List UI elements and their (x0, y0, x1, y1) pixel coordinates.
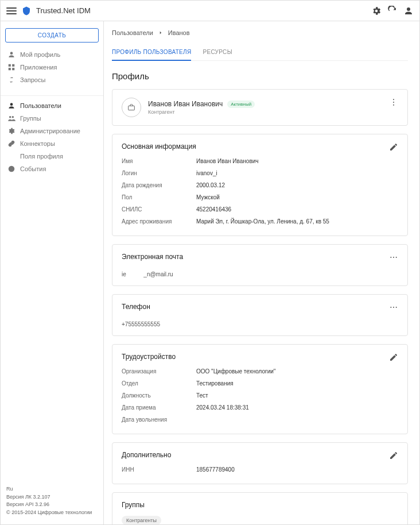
sidebar-item-groups[interactable]: Группы (1, 112, 103, 125)
sidebar-item-requests[interactable]: Запросы (1, 74, 103, 86)
sidebar-item-apps[interactable]: Приложения (1, 61, 103, 74)
kv-value: Тестирования (196, 380, 234, 387)
card-title: Группы (122, 501, 145, 509)
account-icon[interactable] (403, 6, 414, 16)
kv-value: Мужской (196, 194, 220, 200)
tabs: ПРОФИЛЬ ПОЛЬЗОВАТЕЛЯ РЕСУРСЫ (112, 44, 408, 61)
svg-point-7 (12, 116, 14, 118)
kv-label: Адрес проживания (122, 218, 196, 225)
tab-resources[interactable]: РЕСУРСЫ (203, 44, 232, 60)
extra-card: Дополнительно ИНН185677789400 (112, 442, 408, 484)
sidebar-item-events[interactable]: События (1, 163, 103, 175)
topbar: Trusted.Net IDM (1, 1, 419, 21)
breadcrumb-root[interactable]: Пользователи (112, 29, 153, 36)
svg-rect-3 (9, 68, 11, 70)
kv-value: 2024.03.24 18:38:31 (196, 404, 249, 411)
more-horiz-icon[interactable] (389, 253, 398, 262)
edit-icon[interactable] (389, 451, 398, 460)
svg-point-16 (396, 257, 397, 258)
card-head: Телефон (122, 303, 398, 312)
svg-point-18 (393, 307, 394, 308)
kv-value: 45220416436 (196, 206, 231, 213)
user-icon (7, 102, 15, 110)
user-name: Иванов Иван Иванович (148, 100, 223, 108)
topbar-left: Trusted.Net IDM (6, 6, 371, 16)
svg-point-12 (393, 102, 394, 103)
edit-icon[interactable] (389, 353, 398, 362)
card-head: Основная информация (122, 142, 398, 152)
layout: СОЗДАТЬ Мой профиль Приложения Запросы П… (1, 21, 419, 524)
kv-row: СНИЛС45220416436 (122, 203, 398, 215)
kv-row: ОрганизацияООО "Цифровые технологии" (122, 365, 398, 377)
svg-point-11 (393, 99, 394, 100)
kv-row: ПолМужской (122, 191, 398, 203)
sidebar-item-users[interactable]: Пользователи (1, 99, 103, 112)
svg-point-14 (390, 257, 391, 258)
footer-lang[interactable]: Ru (6, 485, 98, 493)
topbar-right (371, 6, 414, 16)
swap-icon (7, 76, 15, 84)
card-head: Группы (122, 501, 398, 509)
sidebar-item-label: Группы (20, 115, 41, 122)
card-title: Телефон (122, 303, 150, 311)
kv-row: ОтделТестирования (122, 377, 398, 389)
kv-label: ИНН (122, 466, 196, 473)
kv-row: Адрес проживанияМарий Эл, г. Йошкар-Ола,… (122, 215, 398, 227)
kv-value: 2000.03.12 (196, 182, 225, 188)
user-info: Иванов Иван Иванович Активный Контрагент (148, 100, 255, 115)
kv-label: Дата приема (122, 404, 196, 411)
briefcase-icon (127, 103, 136, 112)
user-icon (7, 51, 15, 59)
kv-value: Иванов Иван Иванович (196, 158, 259, 164)
sidebar-item-label: Администрирование (20, 128, 80, 134)
footer-ver-api: Версия API 3.2.96 (6, 501, 98, 509)
menu-icon[interactable] (6, 6, 17, 16)
sidebar-item-profile[interactable]: Мой профиль (1, 48, 103, 61)
edit-icon[interactable] (389, 142, 398, 152)
kv-label: Дата увольнения (122, 416, 196, 423)
kv-label: Логин (122, 170, 196, 176)
sidebar-item-connectors[interactable]: Коннекторы (1, 137, 103, 150)
kv-value: Марий Эл, г. Йошкар-Ола, ул. Ленина, д. … (196, 218, 329, 225)
sidebar: СОЗДАТЬ Мой профиль Приложения Запросы П… (1, 21, 104, 524)
grid-icon (7, 63, 15, 71)
tab-profile[interactable]: ПРОФИЛЬ ПОЛЬЗОВАТЕЛЯ (112, 44, 191, 61)
kv-label: Должность (122, 392, 196, 399)
kv-value: 185677789400 (196, 466, 235, 473)
group-chip[interactable]: Контрагенты (122, 516, 161, 524)
more-horiz-icon[interactable] (389, 303, 398, 312)
breadcrumb-current: Иванов (168, 29, 190, 36)
svg-rect-10 (129, 106, 135, 110)
app-title: Trusted.Net IDM (36, 6, 91, 15)
sidebar-item-label: Мой профиль (20, 51, 60, 58)
sidebar-item-fields[interactable]: Поля профиля (1, 150, 103, 163)
more-vert-icon[interactable] (389, 98, 398, 107)
footer-copyright: © 2015-2024 Цифровые технологии (6, 509, 98, 517)
page-title: Профиль (112, 71, 408, 81)
phone-value: +75555555555 (122, 315, 398, 327)
settings-icon[interactable] (371, 6, 382, 16)
kv-value: Тест (196, 392, 208, 399)
user-subtitle: Контрагент (148, 109, 255, 115)
divider (1, 95, 103, 96)
create-button[interactable]: СОЗДАТЬ (5, 28, 99, 43)
refresh-icon[interactable] (387, 6, 398, 16)
gear-icon (7, 127, 15, 135)
svg-rect-4 (12, 68, 14, 70)
nav-group-top: Мой профиль Приложения Запросы (1, 48, 103, 86)
nav-group-bottom: Пользователи Группы Администрирование Ко… (1, 99, 103, 175)
email-card: Электронная почта ie _n@mail.ru (112, 244, 408, 286)
sidebar-item-label: События (20, 165, 46, 172)
status-badge: Активный (227, 101, 255, 108)
user-name-row: Иванов Иван Иванович Активный (148, 100, 255, 108)
kv-label: Организация (122, 368, 196, 375)
groups-card: Группы Контрагенты (112, 492, 408, 524)
svg-rect-1 (9, 64, 11, 67)
kv-row: Логинivanov_i (122, 167, 398, 179)
sidebar-item-admin[interactable]: Администрирование (1, 125, 103, 137)
sidebar-item-label: Пользователи (20, 102, 61, 109)
user-header-card: Иванов Иван Иванович Активный Контрагент (112, 89, 408, 126)
sidebar-item-label: Поля профиля (20, 153, 63, 160)
card-title: Дополнительно (122, 451, 171, 459)
svg-point-17 (390, 307, 391, 308)
